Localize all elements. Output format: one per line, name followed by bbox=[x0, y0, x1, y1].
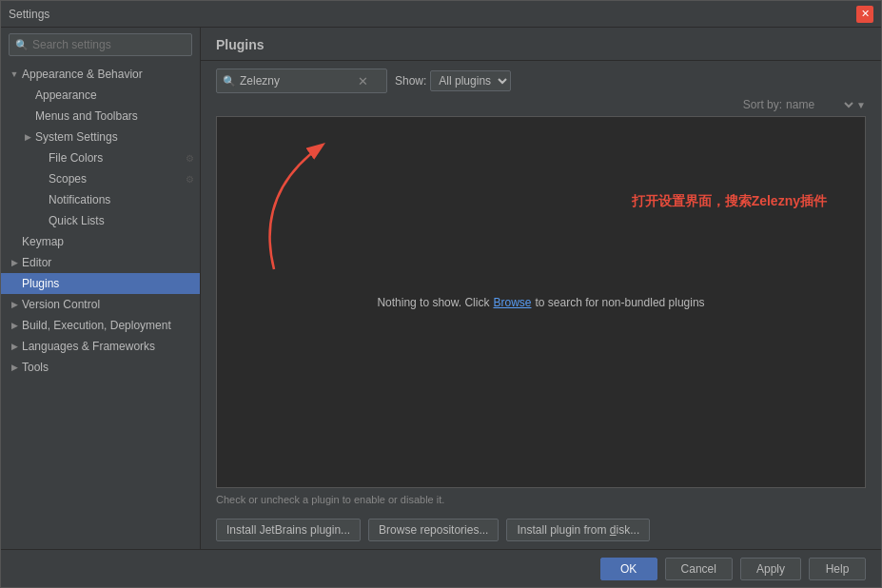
sidebar-item-label: Keymap bbox=[22, 235, 64, 248]
leaf-spacer bbox=[35, 194, 47, 206]
cancel-button[interactable]: Cancel bbox=[665, 558, 733, 580]
sidebar-item-version-control[interactable]: Version Control bbox=[1, 294, 200, 315]
sidebar-item-label: Scopes bbox=[49, 172, 87, 186]
sort-arrow: ▼ bbox=[856, 100, 866, 110]
browse-repos-label: Browse repositories... bbox=[379, 523, 488, 537]
install-jetbrains-button[interactable]: Install JetBrains plugin... bbox=[216, 519, 361, 541]
sidebar-item-file-colors[interactable]: File Colors ⚙ bbox=[1, 147, 200, 168]
sidebar-item-notifications[interactable]: Notifications bbox=[1, 189, 200, 210]
sort-label: Sort by: bbox=[743, 98, 782, 111]
sidebar-item-appearance[interactable]: Appearance bbox=[1, 85, 200, 106]
browse-link[interactable]: Browse bbox=[493, 296, 531, 309]
sidebar-item-label: File Colors bbox=[49, 151, 103, 165]
sidebar-item-plugins[interactable]: Plugins bbox=[1, 273, 200, 294]
sidebar-item-label: Languages & Frameworks bbox=[22, 340, 155, 353]
sidebar: 🔍 Appearance & Behavior Appearance Menus… bbox=[1, 28, 201, 549]
leaf-spacer bbox=[22, 110, 33, 122]
sidebar-item-label: Appearance & Behavior bbox=[22, 68, 143, 81]
expand-arrow bbox=[9, 299, 20, 310]
install-jetbrains-label: Install JetBrains plugin... bbox=[226, 523, 350, 537]
plugin-search-field[interactable]: 🔍 ✕ bbox=[216, 69, 387, 93]
sidebar-item-label: Version Control bbox=[22, 298, 100, 311]
browse-suffix: to search for non-bundled plugins bbox=[535, 296, 704, 309]
sidebar-item-label: Appearance bbox=[35, 88, 97, 102]
install-disk-label: Install plugin from disk... bbox=[517, 523, 639, 537]
leaf-spacer bbox=[35, 173, 47, 185]
bottom-info-text: Check or uncheck a plugin to enable or d… bbox=[201, 488, 881, 511]
sidebar-item-label: Notifications bbox=[49, 193, 110, 206]
sidebar-item-quick-lists[interactable]: Quick Lists bbox=[1, 210, 200, 231]
sidebar-search-box[interactable]: 🔍 bbox=[9, 33, 192, 56]
sidebar-search-input[interactable] bbox=[32, 38, 186, 51]
chinese-annotation: 打开设置界面，搜索Zelezny插件 bbox=[632, 193, 827, 210]
install-disk-button[interactable]: Install plugin from disk... bbox=[506, 519, 650, 541]
sidebar-item-build-execution-deployment[interactable]: Build, Execution, Deployment bbox=[1, 315, 200, 336]
leaf-spacer bbox=[35, 215, 47, 226]
ok-button[interactable]: OK bbox=[600, 558, 657, 580]
sidebar-item-menus-toolbars[interactable]: Menus and Toolbars bbox=[1, 106, 200, 127]
plugin-search-input[interactable] bbox=[240, 74, 354, 88]
show-select[interactable]: All plugins Enabled Disabled Bundled Cus… bbox=[430, 70, 511, 91]
sidebar-item-editor[interactable]: Editor bbox=[1, 252, 200, 273]
sidebar-item-scopes[interactable]: Scopes ⚙ bbox=[1, 168, 200, 189]
plugin-list-area: 打开设置界面，搜索Zelezny插件 Nothing to show. Clic… bbox=[216, 116, 866, 488]
content-area: 🔍 Appearance & Behavior Appearance Menus… bbox=[1, 28, 881, 549]
sidebar-item-label: Tools bbox=[22, 361, 49, 374]
leaf-spacer bbox=[22, 89, 33, 101]
sidebar-item-label: System Settings bbox=[35, 130, 118, 144]
sidebar-item-system-settings[interactable]: System Settings bbox=[1, 127, 200, 147]
sort-select[interactable]: name downloads rating bbox=[782, 97, 856, 112]
expand-arrow bbox=[9, 320, 20, 331]
bottom-action-buttons: Install JetBrains plugin... Browse repos… bbox=[201, 511, 881, 549]
expand-arrow bbox=[9, 257, 20, 268]
apply-button[interactable]: Apply bbox=[740, 558, 801, 580]
expand-arrow bbox=[22, 131, 33, 143]
leaf-spacer bbox=[9, 278, 20, 289]
settings-window: Settings ✕ 🔍 Appearance & Behavior Appea… bbox=[0, 0, 882, 588]
show-dropdown-wrapper: Show: All plugins Enabled Disabled Bundl… bbox=[395, 70, 511, 91]
leaf-spacer bbox=[9, 236, 20, 247]
help-button[interactable]: Help bbox=[809, 558, 866, 580]
expand-arrow bbox=[9, 341, 20, 352]
sidebar-tree: Appearance & Behavior Appearance Menus a… bbox=[1, 62, 200, 380]
dialog-footer: OK Cancel Apply Help bbox=[1, 549, 881, 587]
plugin-search-icon: 🔍 bbox=[223, 75, 236, 88]
sidebar-item-appearance-behavior[interactable]: Appearance & Behavior bbox=[1, 64, 200, 85]
sidebar-item-label: Menus and Toolbars bbox=[35, 109, 138, 123]
close-button[interactable]: ✕ bbox=[856, 6, 873, 23]
sidebar-item-label: Plugins bbox=[22, 277, 59, 290]
panel-title: Plugins bbox=[201, 28, 881, 61]
title-bar: Settings ✕ bbox=[1, 1, 881, 28]
sidebar-item-keymap[interactable]: Keymap bbox=[1, 231, 200, 252]
show-label: Show: bbox=[395, 74, 426, 88]
leaf-spacer bbox=[35, 152, 47, 164]
annotation-arrow bbox=[217, 117, 455, 307]
browse-repos-button[interactable]: Browse repositories... bbox=[368, 519, 499, 541]
sort-bar: Sort by: name downloads rating ▼ bbox=[201, 93, 881, 116]
nothing-to-show-text: Nothing to show. Click Browse to search … bbox=[377, 296, 704, 309]
plugin-search-bar: 🔍 ✕ Show: All plugins Enabled Disabled B… bbox=[201, 61, 881, 93]
sidebar-item-tools[interactable]: Tools bbox=[1, 357, 200, 378]
sidebar-item-label: Build, Execution, Deployment bbox=[22, 319, 171, 332]
sidebar-item-label: Editor bbox=[22, 256, 51, 269]
sidebar-item-languages-frameworks[interactable]: Languages & Frameworks bbox=[1, 336, 200, 357]
clear-search-button[interactable]: ✕ bbox=[358, 74, 368, 88]
expand-arrow bbox=[9, 69, 20, 80]
window-title: Settings bbox=[9, 8, 856, 21]
sidebar-item-label: Quick Lists bbox=[49, 214, 105, 227]
expand-arrow bbox=[9, 362, 20, 373]
nothing-to-show-label: Nothing to show. Click bbox=[377, 296, 489, 309]
main-panel: Plugins 🔍 ✕ Show: All plugins Enabled Di… bbox=[201, 28, 881, 549]
search-icon: 🔍 bbox=[15, 39, 29, 51]
